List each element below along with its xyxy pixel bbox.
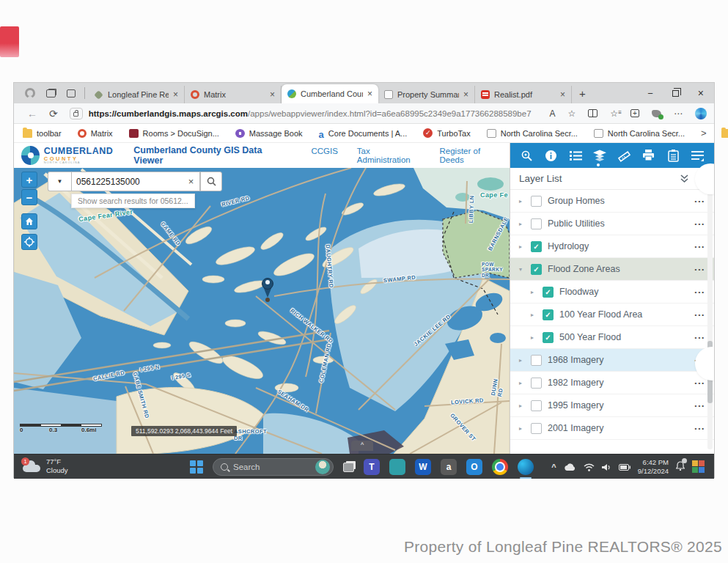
split-screen-icon[interactable]	[588, 109, 598, 117]
zoom-in-button[interactable]: +	[21, 172, 37, 188]
expand-arrow-icon[interactable]: ▸	[519, 221, 525, 227]
bookmark-north-carolina-secr-[interactable]: North Carolina Secr...	[594, 129, 685, 138]
expand-arrow-icon[interactable]: ▸	[519, 198, 525, 205]
tab-realist-pdf[interactable]: Realist.pdf×	[475, 86, 572, 103]
layer-options-icon[interactable]: •••	[695, 312, 705, 318]
bookmark-other-favorites[interactable]: Other favorites	[721, 129, 728, 138]
bookmark-toolbar[interactable]: toolbar	[23, 129, 62, 138]
restore-button[interactable]	[672, 90, 679, 97]
bookmark-north-carolina-secr-[interactable]: North Carolina Secr...	[487, 129, 578, 138]
new-tab-button[interactable]: +	[579, 87, 586, 100]
expand-arrow-icon[interactable]: ▸	[519, 425, 525, 432]
expand-arrow-icon[interactable]: ▸	[519, 402, 525, 409]
layer-options-icon[interactable]: •••	[695, 198, 705, 205]
hidden-icons-chevron[interactable]: ^	[551, 463, 556, 471]
layer-options-icon[interactable]: •••	[695, 266, 705, 273]
layer-row-hydrology[interactable]: ▸✓Hydrology•••	[510, 235, 714, 258]
tab-close-icon[interactable]: ×	[270, 89, 275, 100]
onedrive-icon[interactable]	[564, 463, 576, 471]
home-button[interactable]	[21, 213, 37, 229]
search-by-value-icon[interactable]	[521, 149, 534, 162]
favorites-list-icon[interactable]: ☆	[610, 108, 618, 119]
browser-essentials-icon[interactable]	[652, 110, 661, 117]
minimize-button[interactable]: −	[647, 88, 653, 99]
layer-checkbox[interactable]	[531, 218, 542, 229]
refresh-icon[interactable]: ⟳	[49, 108, 58, 119]
tab-longleaf-pine-realto[interactable]: Longleaf Pine Realto×	[88, 86, 185, 103]
attribute-table-icon[interactable]	[666, 149, 680, 162]
layer-checkbox[interactable]: ✓	[543, 332, 554, 343]
expand-arrow-icon[interactable]: ▸	[531, 289, 537, 295]
layer-checkbox[interactable]	[531, 423, 542, 434]
vertical-tabs-icon[interactable]	[65, 87, 78, 100]
layer-checkbox[interactable]	[531, 196, 542, 207]
outlook-app-icon[interactable]: O	[466, 459, 482, 475]
read-aloud-icon[interactable]: A	[549, 108, 555, 119]
bookmark-matrix[interactable]: Matrix	[78, 129, 113, 138]
search-source-dropdown[interactable]: ▼	[48, 172, 71, 191]
layer-options-icon[interactable]: •••	[695, 243, 705, 250]
collections-icon[interactable]: +	[630, 109, 639, 117]
widget-menu-icon[interactable]	[691, 149, 704, 162]
tab-matrix[interactable]: Matrix×	[185, 86, 282, 103]
layer-row-1995-imagery[interactable]: ▸1995 Imagery•••	[510, 394, 714, 417]
task-view-icon[interactable]	[343, 463, 354, 472]
taskbar-search[interactable]: Search	[213, 458, 334, 476]
expand-arrow-icon[interactable]: ▸	[531, 312, 537, 318]
bookmarks-overflow-chevron[interactable]: >	[701, 128, 707, 139]
layer-row-flood-zone-areas[interactable]: ▾✓Flood Zone Areas•••	[510, 258, 714, 281]
layer-options-icon[interactable]: •••	[695, 425, 705, 432]
amazon-app-icon[interactable]: a	[441, 459, 457, 475]
layer-row-1982-imagery[interactable]: ▸1982 Imagery•••	[510, 372, 714, 394]
panel-scrollbar-track[interactable]	[707, 191, 713, 449]
layer-checkbox[interactable]	[531, 378, 542, 389]
bookmark-turbotax[interactable]: ✓TurboTax	[423, 128, 470, 138]
back-icon[interactable]: ←	[27, 108, 37, 119]
layer-checkbox[interactable]	[531, 400, 542, 411]
layer-options-icon[interactable]: •••	[695, 380, 705, 386]
favorite-star-icon[interactable]: ☆	[567, 108, 576, 119]
layer-row-floodway[interactable]: ▸✓Floodway•••	[510, 281, 714, 303]
clock[interactable]: 6:42 PM 9/12/2024	[638, 458, 669, 476]
copilot-icon[interactable]	[695, 108, 707, 119]
chrome-app-icon[interactable]	[492, 459, 508, 475]
layer-checkbox[interactable]: ✓	[543, 309, 554, 320]
tab-close-icon[interactable]: ×	[173, 89, 178, 100]
layer-options-icon[interactable]: •••	[695, 221, 705, 227]
expand-arrow-icon[interactable]: ▸	[519, 380, 525, 386]
wifi-icon[interactable]	[584, 463, 595, 471]
measure-icon[interactable]	[618, 149, 631, 162]
layer-row-100-year-flood-area[interactable]: ▸✓100 Year Flood Area•••	[510, 303, 714, 326]
profile-avatar-icon[interactable]	[23, 87, 37, 100]
layer-checkbox[interactable]	[531, 355, 542, 366]
layer-row-500-year-flood[interactable]: ▸✓500 Year Flood•••	[510, 326, 714, 349]
tab-close-icon[interactable]: ×	[367, 89, 372, 99]
bookmark-massage-book[interactable]: Massage Book	[235, 129, 303, 138]
start-button-icon[interactable]	[190, 460, 203, 474]
expand-arrow-icon[interactable]: ▸	[531, 334, 537, 341]
url-text[interactable]: https://cumberlandgis.maps.arcgis.com/ap…	[89, 109, 544, 118]
expand-arrow-icon[interactable]: ▸	[519, 357, 525, 364]
collapse-all-icon[interactable]	[680, 174, 689, 183]
link-tax-administration[interactable]: Tax Administration	[357, 147, 421, 164]
speaker-icon[interactable]	[602, 463, 611, 471]
notification-bell-icon[interactable]	[676, 460, 685, 474]
about-icon[interactable]	[545, 149, 558, 162]
layer-row-2001-imagery[interactable]: ▸2001 Imagery•••	[510, 417, 714, 440]
weather-widget[interactable]: 1 77°F Cloudy	[23, 457, 68, 475]
site-permissions-icon[interactable]	[70, 108, 83, 119]
teams-app-icon[interactable]: T	[364, 459, 380, 475]
settings-more-icon[interactable]: ⋯	[674, 108, 683, 119]
search-suggestion[interactable]: Show search results for 05612...	[71, 194, 195, 208]
search-submit-icon[interactable]	[200, 172, 222, 191]
expand-arrow-icon[interactable]: ▸	[519, 243, 525, 250]
tab-close-icon[interactable]: ×	[560, 89, 565, 100]
layer-row-1968-imagery[interactable]: ▸1968 Imagery•••	[510, 349, 714, 372]
gis-app-app-icon[interactable]	[389, 459, 405, 475]
bookmark-core-documents-a-[interactable]: aCore Documents | A...	[319, 129, 408, 138]
word-app-icon[interactable]: W	[415, 459, 431, 475]
link-register-of-deeds[interactable]: Register of Deeds	[440, 147, 503, 164]
attribution-expander[interactable]: ^	[351, 441, 373, 451]
my-location-button[interactable]	[21, 234, 37, 250]
layer-options-icon[interactable]: •••	[695, 334, 705, 341]
